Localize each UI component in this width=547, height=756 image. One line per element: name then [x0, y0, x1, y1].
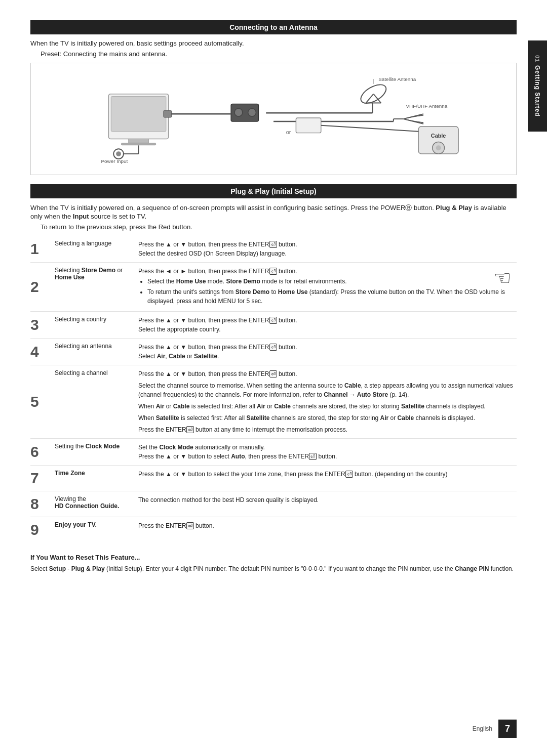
- step-label-8: Viewing theHD Connection Guide.: [53, 491, 136, 517]
- table-row: 9 Enjoy your TV. Press the ENTER⏎ button…: [30, 517, 517, 543]
- step-label-5: Selecting a channel: [53, 365, 136, 439]
- table-row: 1 Selecting a language Press the ▲ or ▼ …: [30, 236, 517, 263]
- svg-point-6: [248, 108, 256, 116]
- step-desc-8: The connection method for the best HD sc…: [136, 491, 517, 517]
- section1-intro: When the TV is initially powered on, bas…: [30, 39, 517, 47]
- step-label-3: Selecting a country: [53, 312, 136, 339]
- table-row: 3 Selecting a country Press the ▲ or ▼ b…: [30, 312, 517, 339]
- step-number-5: 5: [30, 365, 53, 439]
- table-row: 6 Setting the Clock Mode Set the Clock M…: [30, 439, 517, 466]
- svg-rect-2: [129, 139, 148, 143]
- step-number-1: 1: [30, 236, 53, 263]
- antenna-svg: Satellite Antenna VHF/UHF Antenna or: [84, 73, 463, 164]
- step-label-1: Selecting a language: [53, 236, 136, 263]
- table-row: 8 Viewing theHD Connection Guide. The co…: [30, 491, 517, 517]
- section1-preset: Preset: Connecting the mains and antenna…: [41, 50, 517, 58]
- section2-intro: When the TV is initially powered on, a s…: [30, 203, 517, 220]
- svg-line-38: [321, 125, 418, 132]
- svg-point-36: [436, 145, 441, 150]
- side-tab-number: 01: [534, 55, 540, 62]
- step-desc-1: Press the ▲ or ▼ button, then press the …: [136, 236, 517, 263]
- svg-rect-37: [296, 118, 321, 133]
- footer-page-number: 7: [498, 720, 517, 738]
- table-row: 2 Selecting Store Demo orHome Use Press …: [30, 263, 517, 312]
- side-tab-text: Getting Started: [534, 65, 541, 117]
- svg-text:VHF/UHF Antenna: VHF/UHF Antenna: [406, 103, 448, 109]
- svg-text:Satellite Antenna: Satellite Antenna: [378, 76, 416, 82]
- table-row: 7 Time Zone Press the ▲ or ▼ button to s…: [30, 466, 517, 491]
- step-desc-6: Set the Clock Mode automatically or manu…: [136, 439, 517, 466]
- step-label-6: Setting the Clock Mode: [53, 439, 136, 466]
- steps-wrapper: ☜ 1 Selecting a language Press the ▲ or …: [30, 236, 517, 542]
- svg-rect-3: [121, 143, 156, 145]
- side-tab: 01 Getting Started: [528, 40, 547, 132]
- svg-line-10: [366, 94, 374, 103]
- page-container: 01 Getting Started Connecting to an Ante…: [0, 0, 547, 756]
- antenna-diagram: Satellite Antenna VHF/UHF Antenna or: [30, 63, 517, 175]
- svg-point-5: [235, 108, 243, 116]
- step-label-9: Enjoy your TV.: [53, 517, 136, 543]
- step-label-7: Time Zone: [53, 466, 136, 491]
- table-row: 5 Selecting a channel Press the ▲ or ▼ b…: [30, 365, 517, 439]
- svg-rect-1: [111, 97, 166, 132]
- step-label-4: Selecting an antenna: [53, 339, 136, 365]
- step-desc-9: Press the ENTER⏎ button.: [136, 517, 517, 543]
- page-footer: English 7: [473, 720, 517, 738]
- step-desc-2: Press the ◄ or ► button, then press the …: [136, 263, 517, 312]
- step-desc-7: Press the ▲ or ▼ button to select the yo…: [136, 466, 517, 491]
- step-label-2: Selecting Store Demo orHome Use: [53, 263, 136, 312]
- steps-table: 1 Selecting a language Press the ▲ or ▼ …: [30, 236, 517, 542]
- svg-text:Cable: Cable: [431, 133, 446, 139]
- svg-point-31: [116, 151, 121, 156]
- reset-title: If You Want to Reset This Feature...: [30, 554, 517, 561]
- step-desc-5: Press the ▲ or ▼ button, then press the …: [136, 365, 517, 439]
- svg-text:or: or: [286, 129, 291, 135]
- section1-header: Connecting to an Antenna: [30, 20, 517, 34]
- section2-return-note: To return to the previous step, press th…: [41, 223, 517, 231]
- step-number-6: 6: [30, 439, 53, 466]
- svg-rect-8: [164, 110, 172, 117]
- step-number-7: 7: [30, 466, 53, 491]
- step-number-4: 4: [30, 339, 53, 365]
- footer-language: English: [473, 725, 492, 732]
- step-number-8: 8: [30, 491, 53, 517]
- step-number-3: 3: [30, 312, 53, 339]
- step-number-9: 9: [30, 517, 53, 543]
- step-desc-4: Press the ▲ or ▼ button, then press the …: [136, 339, 517, 365]
- reset-text: Select Setup - Plug & Play (Initial Setu…: [30, 564, 517, 574]
- section2-header: Plug & Play (Initial Setup): [30, 184, 517, 198]
- hand-icon: ☜: [493, 266, 512, 289]
- step-number-2: 2: [30, 263, 53, 312]
- table-row: 4 Selecting an antenna Press the ▲ or ▼ …: [30, 339, 517, 365]
- reset-section: If You Want to Reset This Feature... Sel…: [30, 554, 517, 574]
- step-desc-3: Press the ▲ or ▼ button, then press the …: [136, 312, 517, 339]
- svg-text:Power Input: Power Input: [101, 158, 128, 164]
